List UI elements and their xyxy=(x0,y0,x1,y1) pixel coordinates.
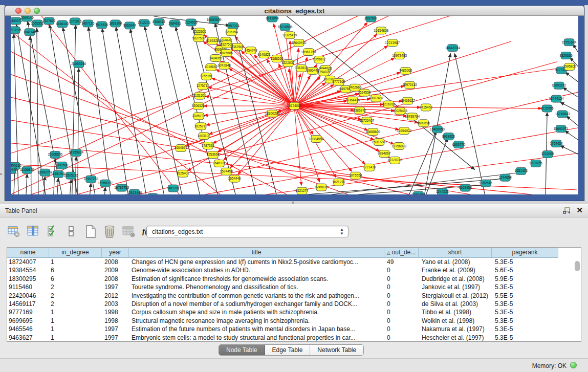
network-node[interactable]: 12325419 xyxy=(282,32,297,39)
citation-network-graph[interactable]: 2405572206914010653521527602846616010719… xyxy=(11,16,578,194)
network-node[interactable]: 1131501 xyxy=(193,92,206,99)
tab-edge-table[interactable]: Edge Table xyxy=(265,345,311,356)
network-node[interactable]: 9146821 xyxy=(257,51,271,58)
table-cell[interactable]: Estimation of significance thresholds fo… xyxy=(129,275,384,283)
table-cell[interactable]: 9463627 xyxy=(7,334,49,341)
table-cell[interactable]: Investigating the contribution of common… xyxy=(129,292,384,300)
tab-node-table[interactable]: Node Table xyxy=(219,345,265,356)
table-cell[interactable]: 9699695 xyxy=(7,317,49,325)
network-node[interactable]: 16782753 xyxy=(114,184,129,191)
column-header-title[interactable]: title xyxy=(129,248,384,258)
table-cell[interactable]: 5.3E-5 xyxy=(492,317,558,325)
network-node[interactable]: 1646311 xyxy=(213,160,226,167)
table-cell[interactable]: 18724007 xyxy=(7,258,49,266)
network-node[interactable]: 1803102 xyxy=(198,133,211,140)
column-header-year[interactable]: year xyxy=(102,248,129,258)
table-cell[interactable]: 9115460 xyxy=(7,283,49,291)
network-node[interactable]: 2367608 xyxy=(231,43,245,51)
table-cell[interactable]: 2009 xyxy=(102,266,129,274)
network-node[interactable]: 16958107 xyxy=(98,180,113,187)
network-node[interactable]: 2085731 xyxy=(192,113,206,120)
table-cell[interactable]: 2012 xyxy=(102,292,129,300)
table-cell[interactable]: 18300295 xyxy=(7,275,49,283)
vertical-scrollbar[interactable] xyxy=(575,261,580,339)
network-node[interactable]: 15751074 xyxy=(562,39,577,46)
network-node[interactable]: 2069140 xyxy=(20,16,34,21)
network-node[interactable]: 16409950 xyxy=(430,126,445,133)
network-canvas[interactable]: 2405572206914010653521527602846616010719… xyxy=(11,16,578,194)
network-node[interactable]: 18495764 xyxy=(405,113,420,120)
network-node[interactable]: 8215955 xyxy=(540,105,554,112)
table-cell[interactable]: Estimation of the future numbers of pati… xyxy=(129,325,384,333)
network-node[interactable]: 12975115 xyxy=(402,81,417,89)
network-node[interactable]: 2522605 xyxy=(193,28,207,35)
network-node[interactable]: 15218506 xyxy=(278,24,293,31)
network-node[interactable]: 8322037 xyxy=(281,60,295,67)
column-header-in_degree[interactable]: in_degree xyxy=(49,248,102,258)
network-node[interactable]: 16648784 xyxy=(445,45,460,52)
network-node[interactable]: 10688609 xyxy=(365,128,380,136)
table-cell[interactable]: 1 xyxy=(49,258,102,266)
network-node[interactable]: 15807249 xyxy=(372,139,386,146)
network-node[interactable]: 1275712 xyxy=(197,82,210,90)
network-node[interactable]: 2687682 xyxy=(364,16,378,22)
table-cell[interactable]: 2 xyxy=(49,300,102,308)
table-cell[interactable]: Wolkin et al. (1998) xyxy=(419,317,492,325)
network-node[interactable]: 1651433 xyxy=(515,167,528,174)
network-node[interactable]: 19756928 xyxy=(391,143,406,150)
network-node[interactable]: 7625402 xyxy=(177,170,190,177)
new-file-icon[interactable] xyxy=(83,224,98,239)
panel-collapse-arrow-icon[interactable]: ▸ xyxy=(1,172,3,176)
network-node[interactable]: 1244521 xyxy=(436,188,449,194)
table-cell[interactable]: 49 xyxy=(384,258,419,266)
network-node[interactable]: 9850454 xyxy=(412,191,425,194)
table-cell[interactable]: Stergiakouli et al. (2012) xyxy=(419,292,492,300)
network-node[interactable]: 9777169 xyxy=(332,78,345,85)
table-row[interactable]: 969969511998Structural magnetic resonanc… xyxy=(7,317,573,325)
table-cell[interactable]: 9465546 xyxy=(7,325,49,333)
network-node[interactable]: 1609954 xyxy=(459,184,472,191)
network-node[interactable]: 7515526 xyxy=(95,21,108,29)
network-node[interactable]: 6600770 xyxy=(452,141,466,148)
network-node[interactable]: 9115460 xyxy=(420,104,432,111)
table-cell[interactable]: 0 xyxy=(384,317,419,325)
table-cell[interactable]: 5.3E-5 xyxy=(492,334,558,341)
network-node[interactable]: 12213967 xyxy=(385,39,400,47)
table-cell[interactable]: 5.3E-5 xyxy=(492,308,558,316)
network-node[interactable]: 10973493 xyxy=(392,52,407,59)
column-header-out_de[interactable]: △out_de... xyxy=(384,248,419,258)
table-selector-dropdown[interactable]: citations_edges.txt ▲▼ xyxy=(146,226,349,237)
table-cell[interactable]: 1 xyxy=(49,308,102,316)
table-cell[interactable]: 5.5E-5 xyxy=(492,292,558,300)
network-node[interactable]: 10025488 xyxy=(393,107,407,115)
network-node[interactable]: 1521277 xyxy=(295,187,309,194)
network-node[interactable]: 1704434 xyxy=(550,140,563,147)
table-cell[interactable]: Embryonic stem cells: a model to study s… xyxy=(129,334,384,341)
select-columns-check-icon[interactable] xyxy=(45,224,60,239)
network-node[interactable]: 9242848 xyxy=(218,62,231,69)
table-cell[interactable]: Structural magnetic resonance image aver… xyxy=(129,317,384,325)
column-header-short[interactable]: short xyxy=(419,248,492,258)
network-node[interactable]: 9306521 xyxy=(192,102,205,110)
table-cell[interactable]: 2003 xyxy=(102,300,129,308)
network-node[interactable]: 9397588 xyxy=(55,162,69,169)
table-cell[interactable]: 6 xyxy=(49,275,102,283)
network-node[interactable]: 1527602 xyxy=(42,17,56,25)
network-node[interactable]: 8186328 xyxy=(206,37,220,45)
network-node[interactable]: 1029213 xyxy=(146,193,160,194)
network-node[interactable]: 13942757 xyxy=(37,169,52,176)
table-row[interactable]: 977716911998Corpus callosum shape and si… xyxy=(7,308,573,316)
network-node[interactable]: 1065352 xyxy=(31,20,44,27)
table-cell[interactable]: 1997 xyxy=(102,283,129,291)
table-cell[interactable]: Nakamura et al. (1997) xyxy=(419,325,492,333)
table-row[interactable]: 946554611997Estimation of the future num… xyxy=(7,325,573,333)
network-node[interactable]: 1625712 xyxy=(194,123,208,130)
table-cell[interactable]: 0 xyxy=(384,283,419,291)
network-node[interactable]: 21053346 xyxy=(71,60,86,68)
network-node[interactable]: 17359924 xyxy=(69,149,83,157)
network-node[interactable]: 3624554 xyxy=(358,89,371,96)
network-node[interactable]: 8454749 xyxy=(245,47,258,54)
network-node[interactable]: 19384554 xyxy=(309,136,324,143)
network-node[interactable]: 12444154 xyxy=(549,95,564,102)
network-node[interactable]: 13505115 xyxy=(64,172,79,179)
